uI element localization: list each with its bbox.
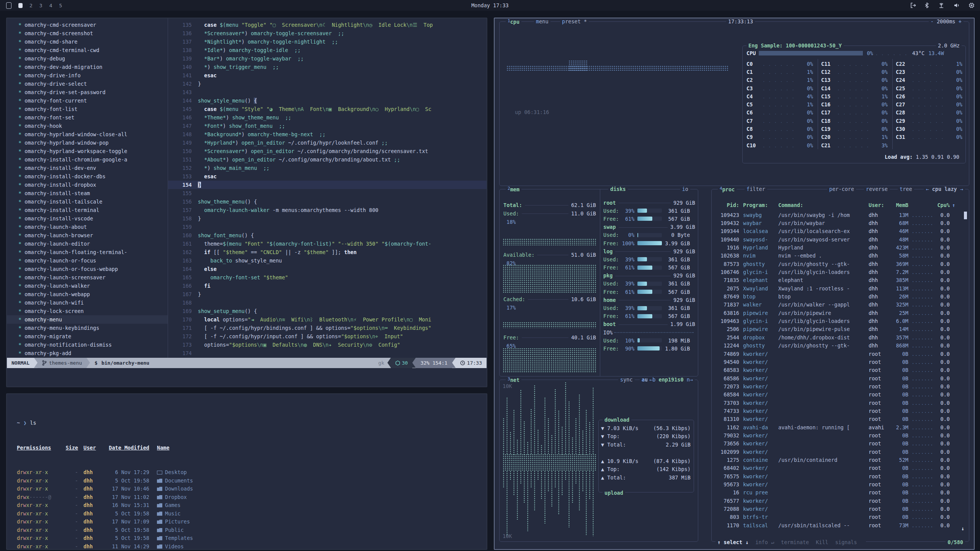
file-item[interactable]: * omarchy-cmd-screensaver: [7, 21, 168, 29]
btop-window[interactable]: 1cpu menu preset * 17:33:13 - 2000ms + u…: [494, 18, 975, 550]
file-item[interactable]: * omarchy-cmd-terminal-cwd: [7, 46, 168, 54]
file-item[interactable]: * omarchy-launch-walker: [7, 282, 168, 290]
net-sync-toggle[interactable]: sync: [618, 377, 635, 383]
file-item[interactable]: * omarchy-pkg-add: [7, 349, 168, 357]
process-row[interactable]: 109344localsea/usr/lib/localsearch-exdhh…: [715, 227, 964, 235]
file-item[interactable]: * omarchy-hook: [7, 122, 168, 130]
preset-button[interactable]: preset *: [560, 18, 589, 24]
file-item[interactable]: * omarchy-launch-wifi: [7, 298, 168, 307]
file-item[interactable]: * omarchy-install-dev-env: [7, 164, 168, 172]
disks-title[interactable]: disks: [608, 186, 628, 192]
process-row[interactable]: 68586kworker/root0B0.0: [715, 374, 964, 382]
file-item[interactable]: * omarchy-launch-about: [7, 223, 168, 231]
process-row[interactable]: 71835elephantelephantdhh385M0.0: [715, 276, 964, 284]
file-item[interactable]: * omarchy-install-dropbox: [7, 181, 168, 189]
process-row[interactable]: 1916HyprlandHyprlanddhh423M0.0: [715, 243, 964, 251]
file-item[interactable]: * omarchy-hyprland-window-pop: [7, 139, 168, 147]
file-item[interactable]: * omarchy-drive-info: [7, 71, 168, 80]
file-item[interactable]: * omarchy-install-tailscale: [7, 197, 168, 206]
process-row[interactable]: 1162avahi-daavahi-daemon: running [avahi…: [715, 423, 964, 431]
process-row[interactable]: 106746glycin-i/usr/lib/glycin-loadersdhh…: [715, 268, 964, 276]
file-item[interactable]: * omarchy-dev-add-migration: [7, 63, 168, 71]
file-item[interactable]: * omarchy-launch-or-focus-webapp: [7, 265, 168, 273]
process-row[interactable]: 68402kworker/root0B0.0: [715, 464, 964, 472]
process-row[interactable]: 72088kworker/root0B0.0: [715, 505, 964, 513]
file-item[interactable]: * omarchy-notification-dismiss: [7, 341, 168, 349]
proc-box-title[interactable]: 4proc: [718, 186, 737, 192]
process-row[interactable]: 1275containe/usr/bin/containerdroot52M0.…: [715, 456, 964, 464]
file-item[interactable]: * omarchy-menu: [7, 315, 168, 324]
volume-icon[interactable]: [954, 2, 960, 8]
process-row[interactable]: 76575kworker/root0B0.0: [715, 472, 964, 480]
process-row[interactable]: 803btrfs-trroot0B0.0: [715, 513, 964, 521]
file-item[interactable]: * omarchy-install-terminal: [7, 206, 168, 214]
process-row[interactable]: 68583kworker/root0B0.0: [715, 366, 964, 374]
proc-tree-toggle[interactable]: tree: [898, 186, 914, 192]
file-item[interactable]: * omarchy-cmd-screenshot: [7, 29, 168, 37]
file-item[interactable]: * omarchy-migrate: [7, 332, 168, 341]
cpu-icon[interactable]: [969, 2, 975, 8]
file-item[interactable]: * omarchy-menu-keybindings: [7, 324, 168, 332]
file-item[interactable]: * omarchy-font-current: [7, 96, 168, 105]
process-row[interactable]: 74733kworker/root0B0.0: [715, 407, 964, 415]
bluetooth-icon[interactable]: [924, 2, 929, 8]
process-row[interactable]: 71837walker/usr/bin/walker --gappldhh325…: [715, 301, 964, 309]
file-item[interactable]: * omarchy-cmd-share: [7, 37, 168, 46]
file-item[interactable]: * omarchy-debug: [7, 54, 168, 63]
file-item[interactable]: * omarchy-launch-webapp: [7, 290, 168, 298]
file-list[interactable]: * omarchy-cmd-screensaver* omarchy-cmd-s…: [7, 21, 168, 357]
process-row[interactable]: 12244ghostty/usr/bin/ghostty --gtk-dhh86…: [715, 342, 964, 350]
process-row[interactable]: 1170tailscal/usr/sbin/tailscaled --root7…: [715, 521, 964, 529]
process-row[interactable]: 73703kworker/root0B0.0: [715, 399, 964, 407]
process-list[interactable]: 109423swaybg/usr/bin/swaybg -i /homdhh13…: [715, 211, 964, 529]
process-row[interactable]: 79032kworker/root0B0.0: [715, 431, 964, 439]
process-row[interactable]: 81310kworker/root0B0.0: [715, 415, 964, 423]
proc-percore-toggle[interactable]: per-core: [827, 186, 856, 192]
process-row[interactable]: 68584kworker/root0B0.0: [715, 391, 964, 399]
proc-header[interactable]: Pid: Program: Command: User: MemB Cpu% ↑: [715, 201, 964, 209]
code-pane[interactable]: 135 case $(menu "Toggle" "▢ Screensaver\…: [168, 21, 487, 357]
proc-scrollbar[interactable]: [964, 212, 967, 219]
terminal-window[interactable]: ~ ❯ ls Permissions Size User Date Modifi…: [6, 393, 487, 550]
process-row[interactable]: 72073kworker/root0B0.0: [715, 382, 964, 390]
scroll-down-icon[interactable]: ↓: [961, 525, 964, 531]
file-item[interactable]: * omarchy-launch-or-focus: [7, 256, 168, 265]
file-item[interactable]: * omarchy-launch-browser: [7, 231, 168, 240]
process-row[interactable]: 2506pipewire/usr/bin/pipewire-pulsedhh14…: [715, 325, 964, 333]
process-row[interactable]: 73656kworker/root0B0.0: [715, 440, 964, 448]
net-interface[interactable]: ←b enp191s0 n→: [647, 377, 695, 383]
file-item[interactable]: * omarchy-hyprland-window-close-all: [7, 130, 168, 139]
editor-window[interactable]: * omarchy-cmd-screensaver* omarchy-cmd-s…: [6, 18, 487, 387]
process-row[interactable]: 63816pipewire/usr/bin/pipewiredhh25M0.0: [715, 309, 964, 317]
file-item[interactable]: * omarchy-install-vscode: [7, 214, 168, 223]
file-item[interactable]: * omarchy-launch-floating-terminal-: [7, 248, 168, 256]
file-item[interactable]: * omarchy-install-steam: [7, 189, 168, 197]
file-item[interactable]: * omarchy-lock-screen: [7, 307, 168, 315]
file-item[interactable]: * omarchy-install-docker-dbs: [7, 172, 168, 181]
file-item[interactable]: * omarchy-launch-editor: [7, 240, 168, 248]
file-item[interactable]: * omarchy-install-chromium-google-a: [7, 155, 168, 164]
wifi-icon[interactable]: [938, 2, 945, 8]
file-item[interactable]: * omarchy-font-list: [7, 105, 168, 113]
process-row[interactable]: 76577kworker/root0B0.0: [715, 497, 964, 505]
process-row[interactable]: 102099kworker/root0B0.0: [715, 448, 964, 456]
file-item[interactable]: * omarchy-hyprland-workspace-toggle: [7, 147, 168, 155]
proc-filter-button[interactable]: filter: [745, 186, 767, 192]
process-row[interactable]: 102638nvimnvim --embed .dhh58M0.0: [715, 252, 964, 260]
process-row[interactable]: 109423swaybg/usr/bin/swaybg -i /homdhh13…: [715, 211, 964, 219]
process-row[interactable]: 109440swayosd-/usr/bin/swayosd-serverdhh…: [715, 235, 964, 243]
process-row[interactable]: 16rcu_preeroot0B0.0: [715, 489, 964, 497]
net-box-title[interactable]: 3net: [506, 377, 521, 383]
process-row[interactable]: 87649btopbtopdhh26M0.0: [715, 292, 964, 300]
cpu-box-title[interactable]: 1cpu: [506, 18, 521, 25]
process-row[interactable]: 74869kworker/root0B0.0: [715, 350, 964, 358]
process-row[interactable]: 95673kworker/root0B0.0: [715, 480, 964, 488]
menu-button[interactable]: menu: [534, 18, 550, 24]
process-row[interactable]: 94540kworker/root0B0.0: [715, 358, 964, 366]
file-item[interactable]: * omarchy-font-set: [7, 113, 168, 122]
proc-reverse-toggle[interactable]: reverse: [864, 186, 890, 192]
process-row[interactable]: 2544dropbox/home/dhh/.dropbox-distdhh357…: [715, 333, 964, 341]
file-item[interactable]: * omarchy-drive-select: [7, 80, 168, 88]
file-item[interactable]: * omarchy-launch-screensaver: [7, 273, 168, 282]
file-item[interactable]: * omarchy-drive-set-password: [7, 88, 168, 96]
